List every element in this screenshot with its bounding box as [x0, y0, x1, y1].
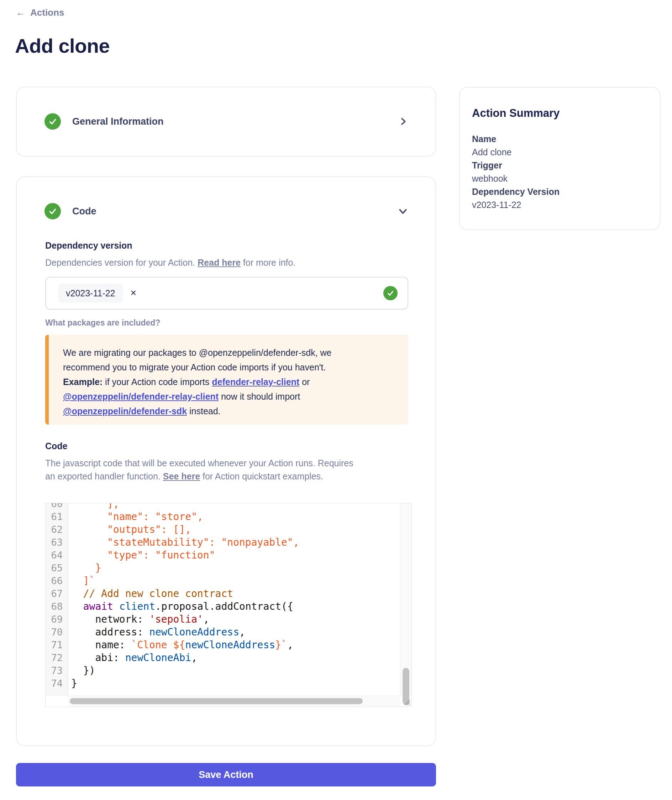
summary-trigger-label: Trigger — [472, 159, 646, 172]
editor-horizontal-scrollbar — [68, 696, 400, 707]
chip-remove-icon[interactable]: ✕ — [130, 289, 137, 297]
back-arrow-icon: ← — [16, 7, 25, 18]
horizontal-scrollbar-thumb[interactable] — [70, 698, 363, 704]
dependency-version-chip: v2023-11-22 — [58, 284, 123, 303]
chevron-right-icon — [399, 117, 408, 126]
save-action-button[interactable]: Save Action — [16, 763, 436, 786]
summary-name-value: Add clone — [472, 146, 646, 159]
summary-name-label: Name — [472, 133, 646, 146]
code-field-description: The javascript code that will be execute… — [45, 457, 366, 483]
dependency-version-input[interactable]: v2023-11-22 ✕ — [45, 277, 408, 309]
summary-dependency-value: v2023-11-22 — [472, 199, 646, 212]
dependency-version-description: Dependencies version for your Action. Re… — [45, 256, 295, 269]
page-title: Add clone — [15, 34, 110, 57]
code-card: Code Dependency version Dependencies ver… — [16, 176, 436, 746]
action-summary-title: Action Summary — [472, 107, 646, 120]
dependency-version-label: Dependency version — [45, 240, 133, 251]
code-editor[interactable]: 60 ],61 "name": "store",62 "outputs": []… — [45, 503, 412, 707]
general-information-header[interactable]: General Information — [45, 113, 408, 130]
breadcrumb-back[interactable]: ← Actions — [16, 7, 64, 18]
code-field-label: Code — [45, 441, 68, 451]
code-header[interactable]: Code — [45, 203, 408, 220]
general-complete-check-icon — [45, 113, 61, 130]
editor-vertical-scrollbar — [400, 503, 411, 696]
editor-code-lines: 60 ],61 "name": "store",62 "outputs": []… — [46, 503, 411, 690]
code-complete-check-icon — [45, 203, 61, 220]
general-information-card: General Information — [16, 87, 436, 157]
general-section-title: General Information — [72, 116, 164, 127]
summary-dependency-label: Dependency Version — [472, 185, 646, 199]
migration-info-text: We are migrating our packages to @openze… — [63, 346, 355, 418]
packages-included-question: What packages are included? — [45, 318, 160, 328]
input-valid-check-icon — [383, 286, 398, 300]
editor-resize-handle[interactable] — [403, 698, 411, 706]
chevron-down-icon — [398, 207, 408, 216]
summary-trigger-value: webhook — [472, 172, 646, 185]
migration-info-box: We are migrating our packages to @openze… — [45, 335, 408, 425]
code-section-title: Code — [72, 206, 96, 217]
breadcrumb-label: Actions — [30, 7, 64, 18]
action-summary-card: Action Summary Name Add clone Trigger we… — [459, 87, 661, 230]
